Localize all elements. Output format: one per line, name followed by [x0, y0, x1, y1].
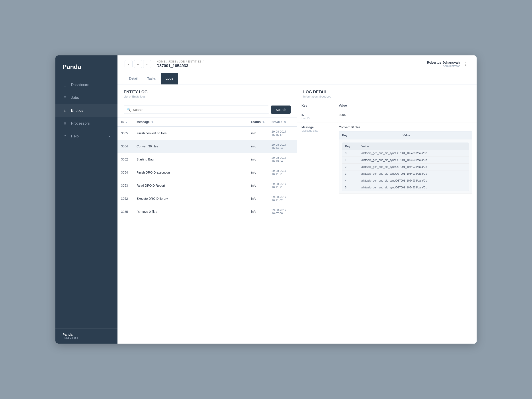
user-role: Administrator: [427, 64, 460, 68]
back-button[interactable]: ‹: [125, 60, 133, 68]
cell-message: Finish DROID execution: [133, 166, 248, 179]
cell-id: 3052: [117, 192, 133, 205]
list-icon: ☰: [63, 95, 67, 100]
deep-nested-row: 3/data/sip_gen_and_sip_sync/D37001_10549…: [342, 171, 469, 177]
detail-row: MessageMessage dataConvert 36 filesKeyVa…: [297, 123, 477, 197]
sidebar-item-jobs[interactable]: ☰ Jobs: [55, 91, 117, 104]
sidebar-item-entities[interactable]: ◎ Entities: [55, 104, 117, 117]
breadcrumb-section: HOME / JOBS / JOB / ENTITIES / D37001_10…: [157, 60, 423, 68]
cell-created: 29-08-201716:14:54: [268, 140, 297, 153]
nested-col-key: Key: [339, 132, 399, 139]
tab-tasks[interactable]: Tasks: [143, 73, 160, 84]
tabs-bar: Detail Tasks Logs: [117, 73, 477, 84]
sort-icon-id: ▾: [126, 121, 127, 124]
deep-nested-row: 1/data/sip_gen_and_sip_sync/D37001_10549…: [342, 157, 469, 164]
user-name: Robertus Johansyah: [427, 61, 460, 64]
log-detail-panel: LOG DETAIL Information about Log Key Val…: [297, 84, 477, 344]
col-header-status: Status ⇅: [248, 117, 268, 127]
detail-row: IDUnit ID3064: [297, 110, 477, 123]
table-row[interactable]: 3053 Read DROID Report info 29-08-201716…: [117, 179, 297, 192]
table-row[interactable]: 3054 Finish DROID execution info 29-08-2…: [117, 166, 297, 179]
user-info: Robertus Johansyah Administrator ⋮: [427, 61, 469, 68]
col-header-id: ID ▾: [117, 117, 133, 127]
breadcrumb: HOME / JOBS / JOB / ENTITIES /: [157, 60, 423, 63]
deep-col-value: Value: [359, 143, 469, 150]
search-input[interactable]: [133, 108, 266, 112]
sidebar-item-help[interactable]: ? Help ▾: [55, 130, 117, 143]
cell-created: 29-08-201716:07:06: [268, 205, 297, 218]
nested-deep-row: KeyValue0/data/sip_gen_and_sip_sync/D370…: [339, 139, 472, 194]
tab-detail[interactable]: Detail: [125, 73, 142, 84]
content-area: ENTITY LOG List of Entity logs 🔍 Search: [117, 84, 477, 344]
entity-log-title: ENTITY LOG: [124, 90, 291, 95]
sidebar-label-help: Help: [71, 134, 79, 139]
entity-log-header: ENTITY LOG List of Entity logs: [117, 84, 297, 102]
sidebar-item-dashboard[interactable]: ⊞ Dashboard: [55, 78, 117, 91]
deep-value: /data/sip_gen_and_sip_sync/D37001_105493…: [359, 150, 469, 157]
cell-created: 29-08-201716:13:34: [268, 153, 297, 166]
add-button[interactable]: +: [134, 60, 142, 68]
cell-message: Convert 36 files: [133, 140, 248, 153]
cell-id: 3064: [117, 140, 133, 153]
deep-nested-row: 4/data/sip_gen_and_sip_sync/D37001_10549…: [342, 177, 469, 184]
log-table: ID ▾ Message ⇅ Status ⇅: [117, 117, 297, 344]
log-detail-header: LOG DETAIL Information about Log: [297, 84, 477, 101]
deep-value: /data/sip_gen_and_sip_sync/D37001_105493…: [359, 177, 469, 184]
table-row[interactable]: 3052 Execute DROID library info 29-08-20…: [117, 192, 297, 205]
cell-status: info: [248, 140, 268, 153]
sidebar-label-dashboard: Dashboard: [71, 83, 89, 87]
sort-icon-status: ⇅: [262, 121, 265, 124]
sidebar-label-entities: Entities: [71, 108, 83, 113]
chevron-down-icon: ▾: [109, 135, 110, 138]
log-detail-title: LOG DETAIL: [303, 90, 470, 95]
cell-created: 29-08-201716:16:17: [268, 127, 297, 140]
table-row[interactable]: 3065 Finish convert 36 files info 29-08-…: [117, 127, 297, 140]
cell-status: info: [248, 205, 268, 218]
detail-col-key: Key: [297, 101, 334, 110]
topbar-nav-buttons: ‹ + ···: [125, 60, 151, 68]
sidebar-logo: Panda: [55, 55, 117, 77]
search-input-wrap: 🔍: [124, 106, 269, 114]
sort-icon-message: ⇅: [151, 121, 153, 124]
deep-col-key: Key: [342, 143, 359, 150]
nested-deep-cell: KeyValue0/data/sip_gen_and_sip_sync/D370…: [339, 139, 472, 194]
deep-value: /data/sip_gen_and_sip_sync/D37001_105493…: [359, 171, 469, 177]
sidebar-nav: ⊞ Dashboard ☰ Jobs ◎ Entities ⊞ Processo…: [55, 77, 117, 328]
cell-id: 3035: [117, 205, 133, 218]
deep-key: 4: [342, 177, 359, 184]
entity-log-panel: ENTITY LOG List of Entity logs 🔍 Search: [117, 84, 297, 344]
cell-message: Read DROID Report: [133, 179, 248, 192]
detail-value-cell: Convert 36 filesKeyValueKeyValue0/data/s…: [334, 123, 477, 197]
sidebar-item-processors[interactable]: ⊞ Processors: [55, 117, 117, 130]
detail-col-value: Value: [334, 101, 477, 110]
footer-build: Build v.1.0.1: [63, 336, 110, 340]
more-button[interactable]: ···: [143, 60, 151, 68]
log-detail-subtitle: Information about Log: [303, 95, 470, 98]
deep-key: 3: [342, 171, 359, 177]
vertical-menu-icon[interactable]: ⋮: [462, 61, 469, 67]
detail-value-cell: 3064: [334, 110, 477, 123]
footer-app-name: Panda: [63, 332, 110, 336]
search-button[interactable]: Search: [271, 106, 291, 114]
col-header-created: Created ⇅: [268, 117, 297, 127]
main-content: ‹ + ··· HOME / JOBS / JOB / ENTITIES / D…: [117, 55, 477, 344]
topbar: ‹ + ··· HOME / JOBS / JOB / ENTITIES / D…: [117, 55, 477, 73]
log-detail-content: Key Value IDUnit ID3064MessageMessage da…: [297, 101, 477, 344]
deep-key: 5: [342, 184, 359, 191]
cell-status: info: [248, 127, 268, 140]
table-row[interactable]: 3064 Convert 36 files info 29-08-201716:…: [117, 140, 297, 153]
cell-id: 3062: [117, 153, 133, 166]
table-row[interactable]: 3035 Remove 0 files info 29-08-201716:07…: [117, 205, 297, 218]
table-row[interactable]: 3062 Starting BagIt info 29-08-201716:13…: [117, 153, 297, 166]
sidebar-footer: Panda Build v.1.0.1: [55, 328, 117, 344]
sidebar-label-jobs: Jobs: [71, 95, 79, 100]
detail-main-value: Convert 36 files: [339, 126, 472, 129]
col-header-message: Message ⇅: [133, 117, 248, 127]
tab-logs[interactable]: Logs: [161, 73, 178, 84]
deep-key: 2: [342, 164, 359, 171]
deep-key: 0: [342, 150, 359, 157]
nested-table-wrap: KeyValueKeyValue0/data/sip_gen_and_sip_s…: [339, 131, 472, 194]
cell-message: Starting BagIt: [133, 153, 248, 166]
cell-created: 29-08-201716:11:21: [268, 179, 297, 192]
processor-icon: ⊞: [63, 121, 67, 126]
